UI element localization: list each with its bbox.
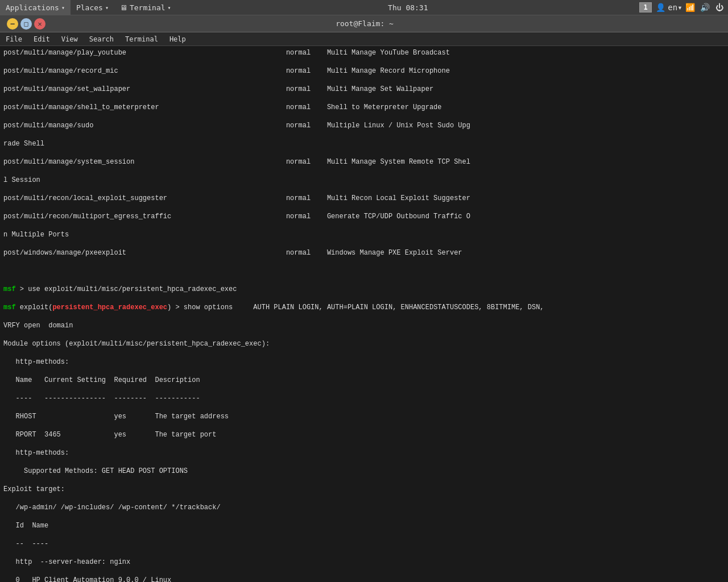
top-system-bar: Applications ▾ Places ▾ 🖥 Terminal ▾ Thu… [0,0,728,15]
applications-arrow-icon: ▾ [61,5,65,11]
language-indicator[interactable]: en▾ [669,1,681,14]
top-bar-right: 1 👤 en▾ 📶 🔊 ⏻ [639,1,728,14]
applications-label: Applications [6,3,59,12]
places-arrow-icon: ▾ [105,5,109,11]
terminal-icon: 🖥 [120,3,127,12]
terminal-arrow-icon: ▾ [168,5,171,11]
top-bar-left: Applications ▾ Places ▾ 🖥 Terminal ▾ [0,0,177,15]
clock-time: Thu 08:31 [388,3,428,12]
signal-icon[interactable]: 📶 [684,1,696,14]
menu-terminal[interactable]: Terminal [119,32,164,46]
menu-file[interactable]: File [0,32,28,46]
terminal-output[interactable]: post/multi/manage/play_youtube normal Mu… [0,46,728,582]
menu-search[interactable]: Search [84,32,119,46]
workspace-button[interactable]: 1 [639,2,652,13]
terminal-menu-bar: File Edit View Search Terminal Help [0,32,728,46]
maximize-button[interactable]: □ [20,18,32,30]
terminal-menu-top[interactable]: 🖥 Terminal ▾ [114,0,177,15]
minimize-button[interactable]: – [7,18,18,30]
power-icon[interactable]: ⏻ [713,1,726,14]
volume-icon[interactable]: 🔊 [698,1,711,14]
places-menu[interactable]: Places ▾ [71,0,114,15]
terminal-title: root@Flaim: ~ [46,19,684,28]
menu-help[interactable]: Help [164,32,192,46]
terminal-top-label: Terminal [130,3,166,12]
terminal-window: – □ ✕ root@Flaim: ~ File Edit View Searc… [0,15,728,582]
users-icon[interactable]: 👤 [654,1,667,14]
close-button[interactable]: ✕ [34,18,46,30]
menu-view[interactable]: View [56,32,84,46]
top-bar-clock: Thu 08:31 [388,3,428,12]
menu-edit[interactable]: Edit [28,32,56,46]
places-label: Places [76,3,103,12]
terminal-titlebar: – □ ✕ root@Flaim: ~ [0,15,728,32]
applications-menu[interactable]: Applications ▾ [0,0,71,15]
win-buttons-left: – □ ✕ [5,18,46,30]
